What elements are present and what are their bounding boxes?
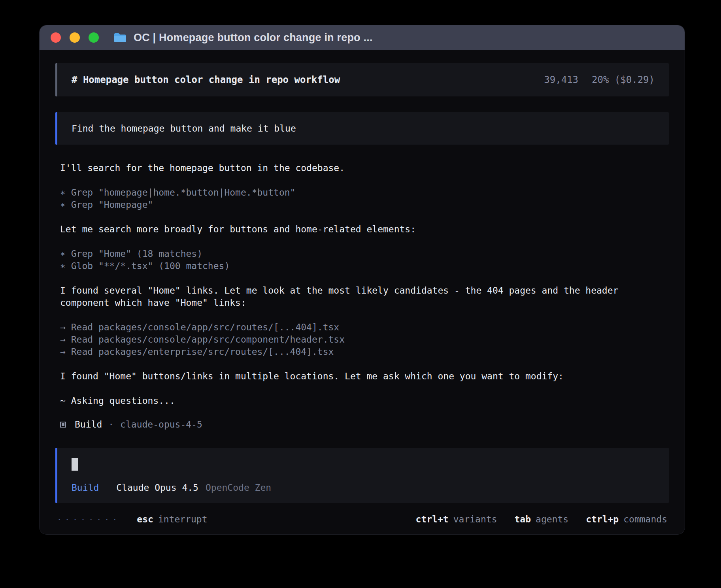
titlebar: OC | Homepage button color change in rep… (40, 25, 685, 50)
session-meta: 39,413 20% ($0.29) (544, 74, 655, 85)
tool-call-grep: ∗ Grep "Homepage" (60, 199, 669, 211)
input-provider: OpenCode Zen (206, 482, 271, 493)
status-right: ctrl+t variants tab agents ctrl+p comman… (398, 514, 667, 524)
context-usage: 20% ($0.29) (592, 74, 655, 85)
assistant-text: Let me search more broadly for buttons a… (60, 223, 669, 236)
esc-key-label: interrupt (158, 514, 208, 524)
prompt-input[interactable]: Build Claude Opus 4.5 OpenCode Zen (55, 448, 669, 503)
shortcut-label: variants (453, 514, 497, 524)
assistant-text: I found several "Home" links. Let me loo… (60, 285, 669, 309)
user-message: Find the homepage button and make it blu… (55, 112, 669, 145)
user-message-text: Find the homepage button and make it blu… (72, 123, 296, 134)
input-meta: Build Claude Opus 4.5 OpenCode Zen (72, 482, 655, 493)
asking-questions-status: ~ Asking questions... (60, 395, 669, 407)
spinner-dots: ········ (57, 514, 120, 524)
status-left: ········ esc interrupt (57, 514, 208, 524)
token-count: 39,413 (544, 74, 578, 85)
status-bar: ········ esc interrupt ctrl+t variants t… (55, 514, 669, 524)
agent-build-icon (60, 422, 66, 428)
session-header: # Homepage button color change in repo w… (55, 63, 669, 96)
agent-row: Build · claude-opus-4-5 (60, 419, 669, 430)
tool-call-read: → Read packages/console/app/src/routes/[… (60, 321, 669, 334)
window-title: OC | Homepage button color change in rep… (134, 32, 373, 44)
input-model: Claude Opus 4.5 (116, 482, 198, 493)
assistant-text: I found "Home" buttons/links in multiple… (60, 370, 669, 383)
folder-icon (114, 32, 126, 43)
close-button[interactable] (51, 32, 61, 43)
esc-key-hint: esc (137, 514, 153, 524)
traffic-lights (51, 32, 99, 43)
shortcut-variants: ctrl+t variants (416, 514, 497, 524)
text-cursor (72, 458, 78, 471)
session-title: # Homepage button color change in repo w… (72, 74, 340, 85)
input-mode[interactable]: Build (72, 482, 99, 493)
tool-call-grep: ∗ Grep "Home" (18 matches) (60, 248, 669, 260)
shortcut-label: agents (536, 514, 568, 524)
shortcut-key: ctrl+t (416, 514, 449, 524)
shortcut-key: tab (514, 514, 531, 524)
agent-separator: · (108, 419, 114, 430)
tool-call-glob: ∗ Glob "**/*.tsx" (100 matches) (60, 260, 669, 272)
tool-call-grep: ∗ Grep "homepage|home.*button|Home.*butt… (60, 187, 669, 199)
shortcut-label: commands (623, 514, 667, 524)
agent-name: Build (75, 419, 102, 430)
tool-call-read: → Read packages/enterprise/src/routes/[.… (60, 346, 669, 358)
shortcut-agents: tab agents (514, 514, 568, 524)
shortcut-commands: ctrl+p commands (586, 514, 667, 524)
shortcut-key: ctrl+p (586, 514, 619, 524)
terminal-window: OC | Homepage button color change in rep… (40, 25, 685, 534)
transcript: I'll search for the homepage button in t… (55, 162, 669, 430)
tool-call-read: → Read packages/console/app/src/componen… (60, 334, 669, 346)
assistant-text: I'll search for the homepage button in t… (60, 162, 669, 174)
zoom-button[interactable] (89, 32, 99, 43)
agent-model: claude-opus-4-5 (120, 419, 202, 430)
minimize-button[interactable] (70, 32, 80, 43)
